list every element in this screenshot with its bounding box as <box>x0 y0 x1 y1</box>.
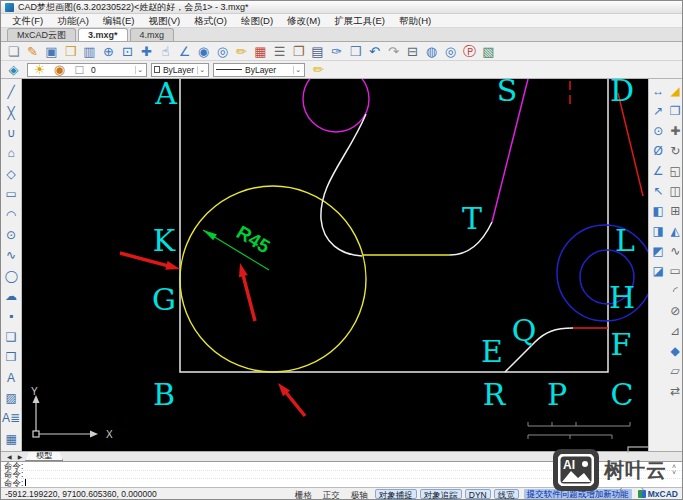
image-export-icon[interactable]: ▧ <box>479 43 498 60</box>
explode-icon[interactable]: ◆ <box>667 341 683 361</box>
menu-修改M[interactable]: 修改(M) <box>280 14 327 28</box>
dim-angular-icon[interactable]: ∠ <box>650 161 666 181</box>
menu-格式O[interactable]: 格式(O) <box>187 14 234 28</box>
polyline-icon[interactable]: ∪ <box>1 123 21 143</box>
menu-扩展工具E[interactable]: 扩展工具(E) <box>327 14 392 28</box>
toggle-dyn[interactable]: DYN <box>465 489 491 499</box>
pdf-export-icon[interactable]: Ⓟ <box>460 43 479 60</box>
display-settings-icon[interactable]: ▤ <box>308 43 327 60</box>
text-icon[interactable]: A <box>1 367 21 387</box>
erase-icon[interactable]: ◢ <box>667 81 683 101</box>
toggle-lineweight[interactable]: 线宽 <box>494 489 519 499</box>
web-icon[interactable]: ◍ <box>422 43 441 60</box>
doc-tab-MxCAD云图[interactable]: MxCAD云图 <box>7 28 76 41</box>
offset-icon[interactable]: ◫ <box>667 181 683 201</box>
copy-object-icon[interactable]: ❐ <box>667 101 683 121</box>
hatch-icon[interactable]: ▦ <box>1 429 21 449</box>
rotate-icon[interactable]: ↻ <box>667 141 683 161</box>
revcloud-icon[interactable]: ☁ <box>1 286 21 306</box>
line-icon[interactable]: ╱ <box>1 82 21 102</box>
model-tab-prev-icon[interactable]: ◀ <box>4 453 15 460</box>
layer-on-icon[interactable]: ☀ <box>30 61 49 78</box>
menu-帮助H[interactable]: 帮助(H) <box>392 14 438 28</box>
move-icon[interactable]: ✚ <box>667 121 683 141</box>
draw-pencil-icon[interactable]: ✏ <box>232 43 251 60</box>
style-manager-icon[interactable]: ❒ <box>346 43 365 60</box>
drawing-canvas[interactable]: R45 <box>22 79 648 451</box>
save-icon[interactable]: ▣ <box>42 43 61 60</box>
new-file-icon[interactable]: ❏ <box>4 43 23 60</box>
insert-block-icon[interactable]: ❒ <box>1 347 21 367</box>
circle-icon[interactable]: ⊙ <box>1 225 21 245</box>
open-edit-icon[interactable]: ✎ <box>23 43 42 60</box>
menu-文件F[interactable]: 文件(F) <box>5 14 50 28</box>
polygon-2-icon[interactable]: ◇ <box>1 164 21 184</box>
zoom-object-icon[interactable]: ◉ <box>194 43 213 60</box>
scale-icon[interactable]: ◱ <box>667 161 683 181</box>
polygon-icon[interactable]: ⌂ <box>1 143 21 163</box>
menu-绘图D[interactable]: 绘图(D) <box>234 14 280 28</box>
toggle-otrack[interactable]: 对象追踪 <box>420 489 462 499</box>
block-icon[interactable]: ❑ <box>1 327 21 347</box>
xline-icon[interactable]: ╳ <box>1 102 21 122</box>
open-folder-icon[interactable]: ❒ <box>61 43 80 60</box>
spline-edit-icon[interactable]: ∿ <box>667 241 683 261</box>
color-combo-arrow-icon[interactable]: ⌄ <box>197 66 206 74</box>
web-publish-icon[interactable]: ◎ <box>441 43 460 60</box>
doc-tab-3.mxg*[interactable]: 3.mxg* <box>78 28 128 41</box>
menu-功能A[interactable]: 功能(A) <box>50 14 96 28</box>
page-setup-icon[interactable]: ✑ <box>327 43 346 60</box>
ellipse-icon[interactable]: ◯ <box>1 266 21 286</box>
point-icon[interactable]: ▪ <box>1 306 21 326</box>
layer-freeze-icon[interactable]: ◉ <box>50 61 69 78</box>
array-icon[interactable]: ⊞ <box>667 201 683 221</box>
dim-leader-icon[interactable]: ↖ <box>650 181 666 201</box>
dim-aligned-icon[interactable]: ↗ <box>650 101 666 121</box>
wipeout-icon[interactable]: ▱ <box>667 361 683 381</box>
layer-lock-icon[interactable]: □ <box>70 61 89 78</box>
fillet-icon[interactable]: ◜ <box>667 281 683 301</box>
stretch-icon[interactable]: ▭ <box>667 261 683 281</box>
color-combo[interactable]: ByLayer ⌄ <box>151 63 209 77</box>
ucs-icon[interactable]: ∠ <box>175 43 194 60</box>
match-properties-icon[interactable]: ✏ <box>309 61 328 78</box>
layer-combo-arrow-icon[interactable]: ⌄ <box>135 66 144 74</box>
pan-icon[interactable]: ☝ <box>156 43 175 60</box>
break-icon[interactable]: ⊘ <box>667 301 683 321</box>
toggle-polar[interactable]: 极轴 <box>347 489 372 499</box>
undo-icon[interactable]: ↶ <box>365 43 384 60</box>
arc-icon[interactable]: ◠ <box>1 204 21 224</box>
layer-manager-icon[interactable]: ◈ <box>4 61 23 78</box>
zoom-window-icon[interactable]: ⊡ <box>118 43 137 60</box>
copy-icon[interactable]: ❐ <box>289 43 308 60</box>
text-style-icon[interactable]: ☰ <box>270 43 289 60</box>
toggle-ortho[interactable]: 正交 <box>319 489 344 499</box>
layer-combo[interactable]: ☀◉□ 0 ⌄ <box>27 63 147 77</box>
model-tab[interactable]: 模型 <box>25 452 63 461</box>
model-tab-next-icon[interactable]: ▶ <box>15 453 26 460</box>
dim-style-icon[interactable]: ◪ <box>650 261 666 281</box>
zoom-in-icon[interactable]: ⊕ <box>99 43 118 60</box>
spline-icon[interactable]: ∿ <box>1 245 21 265</box>
chamfer-icon[interactable]: ⊿ <box>667 321 683 341</box>
image-icon[interactable]: ▨ <box>1 388 21 408</box>
dim-edit-icon[interactable]: ◧ <box>650 201 666 221</box>
toggle-osnap[interactable]: 对象捕捉 <box>375 489 417 499</box>
mtext-icon[interactable]: A≣ <box>1 408 21 428</box>
menu-编辑E[interactable]: 编辑(E) <box>96 14 142 28</box>
save-as-icon[interactable]: ▥ <box>80 43 99 60</box>
redo-icon[interactable]: ↷ <box>384 43 403 60</box>
join-icon[interactable]: ⇄ <box>667 381 683 401</box>
dim-linear-icon[interactable]: ↔ <box>650 81 666 101</box>
doc-tab-4.mxg[interactable]: 4.mxg <box>130 28 175 41</box>
dim-diameter-icon[interactable]: Ø <box>650 141 666 161</box>
zoom-extents-icon[interactable]: ✚ <box>137 43 156 60</box>
linetype-combo-arrow-icon[interactable]: ⌄ <box>293 66 302 74</box>
rectangle-icon[interactable]: ▭ <box>1 184 21 204</box>
mirror-icon[interactable]: ◭ <box>667 221 683 241</box>
linetype-combo[interactable]: ByLayer ⌄ <box>213 63 305 77</box>
print-icon[interactable]: ⊟ <box>403 43 422 60</box>
menu-视图V[interactable]: 视图(V) <box>141 14 187 28</box>
dim-radius-icon[interactable]: ⊙ <box>650 121 666 141</box>
color-palette-icon[interactable]: ▦ <box>251 43 270 60</box>
